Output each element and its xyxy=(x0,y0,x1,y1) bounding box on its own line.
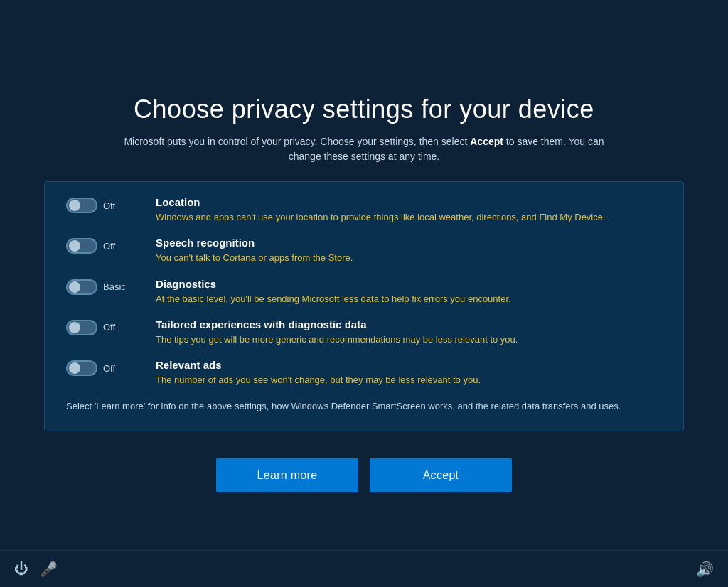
ads-toggle-label: Off xyxy=(103,363,115,374)
speech-toggle-label: Off xyxy=(103,241,115,252)
location-title: Location xyxy=(156,196,662,208)
toggle-area-location: Off xyxy=(66,196,144,213)
setting-row-location: Off Location Windows and apps can't use … xyxy=(66,196,662,224)
toggle-area-tailored: Off xyxy=(66,318,144,335)
toggle-area-diagnostics: Basic xyxy=(66,278,144,295)
volume-icon[interactable]: 🔊 xyxy=(696,561,714,577)
setting-row-tailored: Off Tailored experiences with diagnostic… xyxy=(66,318,662,346)
taskbar-right: 🔊 xyxy=(696,561,714,578)
toggle-area-speech: Off xyxy=(66,237,144,254)
location-toggle[interactable] xyxy=(66,198,97,213)
diagnostics-desc: At the basic level, you'll be sending Mi… xyxy=(156,293,662,306)
main-container: Choose privacy settings for your device … xyxy=(23,95,705,492)
taskbar: ⏻ 🎤 🔊 xyxy=(0,550,728,587)
tailored-content: Tailored experiences with diagnostic dat… xyxy=(156,318,662,346)
setting-row-speech: Off Speech recognition You can't talk to… xyxy=(66,237,662,264)
taskbar-left: ⏻ 🎤 xyxy=(14,561,58,578)
speech-desc: You can't talk to Cortana or apps from t… xyxy=(156,252,662,264)
learn-more-button[interactable]: Learn more xyxy=(216,458,358,492)
speech-content: Speech recognition You can't talk to Cor… xyxy=(156,237,662,264)
location-content: Location Windows and apps can't use your… xyxy=(156,196,662,224)
settings-box: Off Location Windows and apps can't use … xyxy=(44,181,684,431)
ads-title: Relevant ads xyxy=(156,359,662,371)
info-text: Select 'Learn more' for info on the abov… xyxy=(66,399,662,414)
location-toggle-label: Off xyxy=(103,200,115,211)
tailored-toggle[interactable] xyxy=(66,320,97,335)
tailored-title: Tailored experiences with diagnostic dat… xyxy=(156,318,662,330)
ads-toggle[interactable] xyxy=(66,360,97,376)
ads-desc: The number of ads you see won't change, … xyxy=(156,374,662,387)
diagnostics-toggle-label: Basic xyxy=(103,281,126,292)
setting-row-diagnostics: Basic Diagnostics At the basic level, yo… xyxy=(66,278,662,306)
microphone-icon[interactable]: 🎤 xyxy=(40,561,58,578)
diagnostics-title: Diagnostics xyxy=(156,278,662,290)
tailored-desc: The tips you get will be more generic an… xyxy=(156,333,662,346)
subtitle-bold: Accept xyxy=(470,136,503,147)
accept-button[interactable]: Accept xyxy=(370,458,512,492)
speech-title: Speech recognition xyxy=(156,237,662,249)
speech-toggle[interactable] xyxy=(66,238,97,254)
subtitle-pre: Microsoft puts you in control of your pr… xyxy=(124,136,470,147)
toggle-area-ads: Off xyxy=(66,359,144,376)
tailored-toggle-label: Off xyxy=(103,322,115,333)
diagnostics-content: Diagnostics At the basic level, you'll b… xyxy=(156,278,662,306)
setting-row-ads: Off Relevant ads The number of ads you s… xyxy=(66,359,662,387)
button-row: Learn more Accept xyxy=(216,458,512,492)
diagnostics-toggle[interactable] xyxy=(66,279,97,295)
restart-icon[interactable]: ⏻ xyxy=(14,561,28,577)
ads-content: Relevant ads The number of ads you see w… xyxy=(156,359,662,387)
location-desc: Windows and apps can't use your location… xyxy=(156,211,662,224)
page-title: Choose privacy settings for your device xyxy=(134,95,594,124)
page-subtitle: Microsoft puts you in control of your pr… xyxy=(115,134,613,164)
